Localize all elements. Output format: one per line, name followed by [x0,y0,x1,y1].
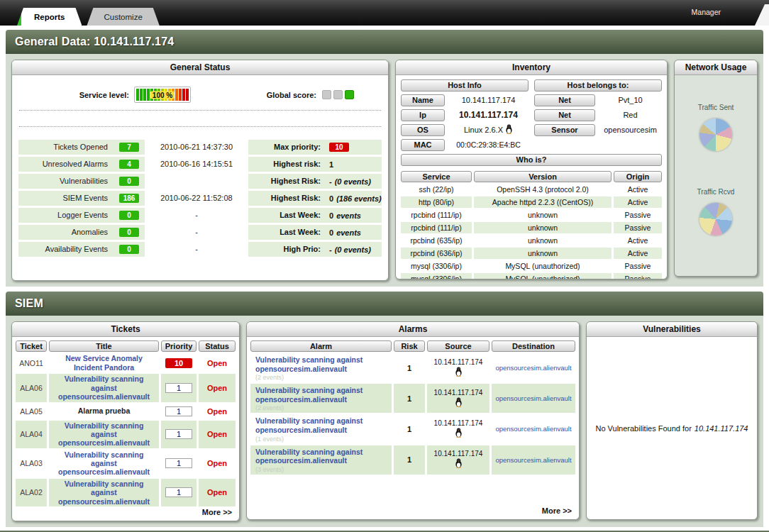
metric-value: 0 [329,211,333,220]
status-count-cell: 0 [114,208,145,223]
ticket-title-link[interactable]: New Service Anomaly Incident Pandora [49,353,159,372]
divider [19,110,381,111]
ticket-status[interactable]: Open [199,404,236,419]
alarm-link[interactable]: Vulnerability scanning against opensourc… [255,386,387,404]
metric-label: Highest Risk: [248,174,325,189]
metric-value: 0 [329,194,333,203]
ticket-title-link[interactable]: Vulnerability scanning against opensourc… [49,450,159,477]
status-label: Tickets Opened [18,140,114,155]
service-version: Apache httpd 2.2.3 ((CentOS)) [474,196,612,208]
metric-suffix: (0 events) [335,177,371,186]
status-count-cell: 7 [114,140,145,155]
ticket-title-link[interactable]: Vulnerability scanning against opensourc… [49,479,159,506]
alarm-destination-link[interactable]: opensourcesim.alienvault [492,445,575,475]
alarm-destination-link[interactable]: opensourcesim.alienvault [492,414,575,443]
mac-button[interactable]: MAC [401,139,445,151]
tickets-table-header: Ticket Title Priority Status [16,340,236,352]
metric-value-cell: 0(186 events) [325,191,382,206]
status-row-vulnerabilities: Vulnerabilities 0 Highest Risk: -(0 even… [18,174,382,189]
ticket-priority-cell: 1 [161,479,197,506]
ticket-status[interactable]: Open [199,374,236,401]
alarm-column-header[interactable]: Alarm [250,340,392,352]
service-name: rpcbind (636/ip) [401,248,472,259]
sensor-button[interactable]: Sensor [534,124,595,136]
destination-column-header[interactable]: Destination [492,340,575,352]
vulnerabilities-panel: Vulnerabilities No Vulnerabilities Found… [586,321,758,520]
priority-box: 1 [165,487,192,497]
user-label: Manager [692,8,721,16]
host-info-header[interactable]: Host Info [401,79,529,92]
alarm-source: 10.141.117.174 [427,353,489,382]
alarm-risk: 1 [394,384,425,413]
ticket-status[interactable]: Open [199,353,236,372]
alarm-row: Vulnerability scanning against opensourc… [250,445,575,475]
source-column-header[interactable]: Source [427,340,489,352]
alarm-link[interactable]: Vulnerability scanning against opensourc… [255,448,387,465]
ticket-row: ALA02 Vulnerability scanning against ope… [16,479,236,506]
linux-tux-icon [455,428,463,439]
title-column-header[interactable]: Title [49,340,159,352]
source-ip[interactable]: 10.141.117.174 [434,389,483,397]
ticket-title-link[interactable]: Vulnerability scanning against opensourc… [49,374,159,401]
alarm-event-count: (2 events) [255,404,387,411]
source-ip[interactable]: 10.141.117.174 [434,419,483,427]
linux-tux-icon [455,397,463,409]
vulnerabilities-body: No Vulnerabilities Found for 10.141.117.… [587,337,757,519]
host-belongs-header[interactable]: Host belongs to: [534,79,662,92]
network-usage-header: Network Usage [675,60,757,75]
tab-reports[interactable]: Reports [17,8,82,26]
net-button[interactable]: Net [534,94,595,106]
inventory-subheaders: Host Info Host belongs to: [401,79,662,92]
alarms-panel: Alarms Alarm Risk Source Destination Vul… [246,321,580,520]
status-date: - [145,225,248,240]
host-info-column: Name 10.141.117.174 Ip 10.141.117.174 OS [401,94,529,151]
status-row-availability: Availability Events 0 - High Prio: -(0 e… [18,242,382,257]
host-name-value: 10.141.117.174 [448,96,529,104]
source-ip[interactable]: 10.141.117.174 [434,450,483,458]
alarm-source: 10.141.117.174 [427,384,489,413]
net-button[interactable]: Net [534,109,595,121]
status-date: 2010-06-21 14:37:30 [145,140,248,155]
host-os-value: Linux 2.6.X [448,124,529,135]
name-button[interactable]: Name [401,94,445,106]
alarm-event-count: (2 events) [255,374,387,381]
alarm-destination-link[interactable]: opensourcesim.alienvault [492,384,575,413]
inventory-header: Inventory [396,60,667,75]
status-column-header[interactable]: Status [199,340,236,352]
service-origin: Passive [614,209,662,221]
risk-column-header[interactable]: Risk [394,340,425,352]
alarm-destination-link[interactable]: opensourcesim.alienvault [492,353,575,382]
linux-tux-icon [455,458,463,470]
service-level-gauge: 100 % [134,87,191,103]
ticket-status[interactable]: Open [199,450,236,477]
status-count-cell: 0 [114,174,145,189]
origin-column-header[interactable]: Origin [614,171,662,182]
alarm-link[interactable]: Vulnerability scanning against opensourc… [255,355,387,373]
ip-button[interactable]: Ip [401,109,445,121]
whois-button[interactable]: Who is? [401,154,662,166]
alarm-row: Vulnerability scanning against opensourc… [250,384,575,413]
ticket-title-link[interactable]: Vulnerability scanning against opensourc… [49,421,159,448]
score-square-3 [345,90,354,99]
service-column-header[interactable]: Service [401,171,472,182]
version-column-header[interactable]: Version [474,171,612,182]
topbar: Reports Customize Manager [0,0,769,26]
tab-customize[interactable]: Customize [87,8,159,26]
metric-value: - [329,177,332,186]
alarm-row: Vulnerability scanning against opensourc… [250,414,575,443]
metric-value-cell: 10 [325,140,382,155]
ticket-column-header[interactable]: Ticket [16,340,47,352]
ticket-status[interactable]: Open [199,479,236,506]
alarm-link[interactable]: Vulnerability scanning against opensourc… [255,416,387,434]
os-button[interactable]: OS [401,124,445,136]
count-badge: 0 [119,177,139,186]
tickets-more-link[interactable]: More >> [202,508,232,516]
service-name: rpcbind (111/ip) [401,222,472,233]
ticket-id: ALA02 [16,479,47,506]
ticket-status[interactable]: Open [199,421,236,448]
source-ip[interactable]: 10.141.117.174 [434,358,483,366]
siem-body: Tickets Ticket Title Priority Status ANO… [6,316,763,527]
alarms-more-link[interactable]: More >> [542,506,572,515]
ticket-title[interactable]: Alarma prueba [49,404,159,419]
priority-column-header[interactable]: Priority [161,340,197,352]
